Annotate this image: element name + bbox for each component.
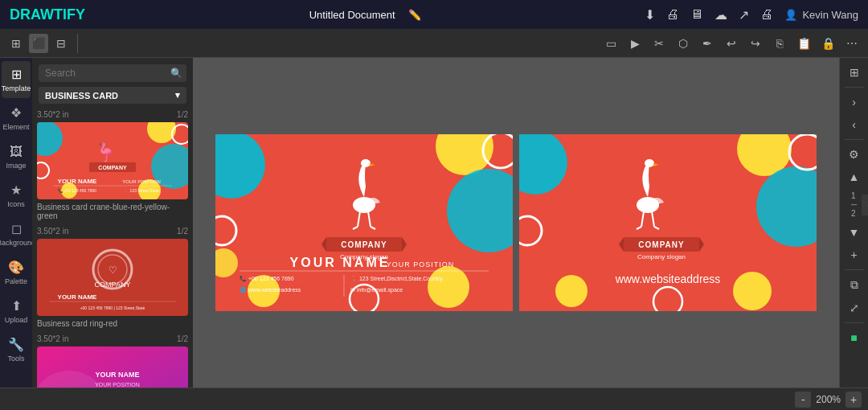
template-label: Template	[2, 84, 31, 92]
layers-icon[interactable]: ⧉	[847, 275, 862, 295]
canvas-wrapper: COMPANY Company slogan YOUR NAME YOUR PO…	[215, 134, 817, 311]
sidebar-item-template[interactable]: ⊞ Template	[2, 61, 31, 98]
upload-label: Upload	[5, 316, 28, 324]
cloud-icon[interactable]: ☁	[714, 7, 727, 23]
svg-text:YOUR NAME: YOUR NAME	[58, 293, 98, 301]
category-dropdown[interactable]: BUSINESS CARD ▾	[39, 87, 186, 104]
panel-header: 🔍 BUSINESS CARD ▾	[32, 58, 193, 107]
svg-point-59	[361, 159, 371, 167]
zoom-level: 200%	[816, 394, 841, 405]
templates-list: 3.50*2 in 1/2	[32, 107, 193, 387]
right-expand-icon[interactable]: ‹	[849, 115, 859, 134]
sidebar-item-background[interactable]: ◻ Background	[2, 215, 31, 252]
svg-text:YOUR NAME: YOUR NAME	[290, 256, 391, 269]
right-sidebar: ⊞ › ‹ ⚙ ▲ 1─2 ▼ + ⧉ ⤢ ■	[839, 58, 868, 387]
print-icon[interactable]: 🖨	[666, 7, 679, 22]
grid-view-icon[interactable]: ⊞	[6, 34, 26, 53]
lock-icon[interactable]: 🔒	[818, 34, 837, 53]
edit-icon[interactable]: ✏️	[408, 9, 421, 21]
sidebar-item-upload[interactable]: ⬆ Upload	[2, 293, 31, 330]
element-icon: ❖	[10, 105, 22, 121]
add-page-icon[interactable]: +	[847, 245, 860, 264]
page-down-icon[interactable]: ▼	[845, 223, 863, 242]
svg-text:🌐  www.websiteaddress: 🌐 www.websiteaddress	[240, 286, 301, 293]
sidebar-item-icons[interactable]: ★ Icons	[2, 177, 31, 214]
template-panel: 🔍 BUSINESS CARD ▾ 3.50*2 in 1/2	[32, 58, 193, 387]
undo-icon[interactable]: ↩	[722, 34, 741, 53]
svg-text:📞  +00 123 456 7890: 📞 +00 123 456 7890	[240, 275, 294, 282]
move-icon[interactable]: ⤢	[846, 298, 862, 318]
select-icon[interactable]: ▭	[601, 34, 620, 53]
monitor-icon[interactable]: 🖥	[690, 7, 703, 22]
view-mode-group: ⊞ ⬛ ⊟	[6, 34, 78, 53]
svg-text:YOUR POSITION: YOUR POSITION	[95, 382, 140, 387]
printer-icon[interactable]: 🖨	[760, 7, 773, 22]
size-label-2: 3.50*2 in 1/2	[37, 227, 188, 236]
divider-3	[845, 269, 864, 270]
template-section-3: 3.50*2 in 1/2 YOUR NAME	[37, 334, 188, 387]
template-section-1: 3.50*2 in 1/2	[37, 110, 188, 220]
zoom-bar: - 200% +	[0, 387, 868, 410]
list-view-icon[interactable]: ⊟	[51, 34, 71, 53]
redo-icon[interactable]: ↪	[746, 34, 765, 53]
svg-point-82	[733, 272, 772, 310]
icons-label: Icons	[7, 200, 25, 208]
dark-mode-icon[interactable]: ⬛	[29, 34, 48, 53]
sidebar-item-image[interactable]: 🖼 Image	[2, 138, 31, 175]
svg-text:COMPANY: COMPANY	[341, 240, 387, 249]
logo-draw: DRAW	[10, 6, 54, 23]
page-up-icon[interactable]: ▲	[845, 167, 863, 187]
grid-icon[interactable]: ⊞	[846, 63, 862, 82]
svg-text:📍 123 Street,State: 📍 123 Street,State	[124, 188, 159, 194]
user-info[interactable]: 👤 Kevin Wang	[784, 9, 858, 21]
template-thumb-2[interactable]: ♡ COMPANY YOUR NAME +00 123 456 7890 | 1…	[37, 239, 188, 316]
divider-2	[845, 139, 864, 140]
card-front[interactable]: COMPANY Company slogan YOUR NAME YOUR PO…	[215, 134, 513, 311]
download-icon[interactable]: ⬇	[645, 7, 655, 23]
right-collapse-icon[interactable]: ›	[849, 92, 859, 112]
svg-text:♡: ♡	[108, 264, 117, 276]
palette-label: Palette	[5, 277, 27, 285]
svg-text:🦩: 🦩	[95, 141, 117, 163]
svg-text:YOUR NAME: YOUR NAME	[95, 371, 139, 379]
svg-point-88	[645, 159, 654, 167]
search-box[interactable]: 🔍	[39, 64, 186, 82]
svg-text:YOUR POSITION: YOUR POSITION	[122, 179, 161, 184]
svg-text:📍  123 Street,Disctrict,State: 📍 123 Street,Disctrict,State,Country	[350, 275, 443, 282]
svg-text:✉  info@emaill.space: ✉ info@emaill.space	[350, 287, 403, 293]
svg-text:+00 123 456 7890  |  123 Stree: +00 123 456 7890 | 123 Street,State	[80, 305, 145, 310]
canvas-area: COMPANY Company slogan YOUR NAME YOUR PO…	[193, 58, 839, 387]
card-back[interactable]: COMPANY Company slogan www.websiteaddres…	[519, 134, 817, 311]
zoom-out-button[interactable]: -	[795, 392, 811, 408]
size-label-1: 3.50*2 in 1/2	[37, 110, 188, 119]
template-section-2: 3.50*2 in 1/2 ♡ COMPANY YOUR NAME +00 12…	[37, 227, 188, 328]
sidebar-item-tools[interactable]: 🔧 Tools	[2, 331, 31, 368]
icons-icon: ★	[10, 182, 22, 198]
shape-icon[interactable]: ⬡	[674, 34, 693, 53]
svg-text:COMPANY: COMPANY	[98, 165, 127, 170]
search-input[interactable]	[45, 68, 166, 79]
sidebar-item-palette[interactable]: 🎨 Palette	[2, 254, 31, 291]
logo: DRAWTIFY	[10, 6, 85, 23]
template-thumb-3[interactable]: YOUR NAME YOUR POSITION 📍 123 Street,Sta…	[37, 346, 188, 387]
template-name-1: Business card crane-blue-red-yellow-gree…	[37, 203, 188, 220]
green-icon[interactable]: ■	[847, 328, 860, 347]
crop-icon[interactable]: ✂	[649, 34, 669, 53]
play-icon[interactable]: ▶	[625, 34, 645, 53]
doc-title: Untitled Document	[309, 9, 395, 21]
share-icon[interactable]: ↗	[739, 7, 749, 23]
image-label: Image	[6, 162, 26, 170]
template-thumb-1[interactable]: 🦩 COMPANY YOUR NAME YOUR POSITION 📞 +00 …	[37, 122, 188, 199]
zoom-in-button[interactable]: +	[845, 392, 862, 408]
upload-icon: ⬆	[11, 298, 22, 314]
copy-icon[interactable]: ⎘	[770, 34, 789, 53]
paste-icon[interactable]: 📋	[794, 34, 813, 53]
toolbar-actions: ▭ ▶ ✂ ⬡ ✒ ↩ ↪ ⎘ 📋 🔒 ⋯	[601, 34, 862, 53]
size-label-3: 3.50*2 in 1/2	[37, 334, 188, 343]
user-name: Kevin Wang	[802, 9, 858, 21]
sidebar-item-element[interactable]: ❖ Element	[2, 100, 31, 137]
pen-icon[interactable]: ✒	[698, 34, 717, 53]
logo-tify: TIFY	[54, 6, 85, 23]
right-settings-icon[interactable]: ⚙	[845, 145, 862, 164]
more-icon[interactable]: ⋯	[842, 34, 862, 53]
